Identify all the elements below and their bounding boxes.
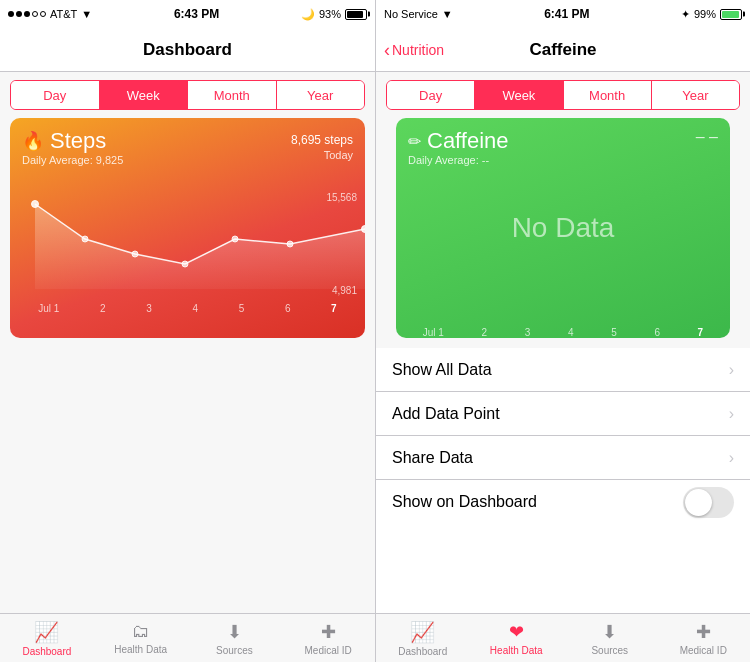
right-carrier: No Service [384, 8, 438, 20]
right-panel: No Service ▼ 6:41 PM ✦ 99% ‹ Nutrition C… [375, 0, 750, 662]
steps-title-group: 🔥 Steps [22, 128, 123, 154]
caff-x-2: 3 [525, 327, 531, 338]
right-seg-week[interactable]: Week [475, 81, 563, 109]
right-sources-label: Sources [591, 645, 628, 656]
caffeine-no-data: No Data [512, 212, 615, 244]
right-dashboard-label: Dashboard [398, 646, 447, 657]
left-status-right: 🌙 93% [301, 8, 367, 21]
svg-point-6 [287, 241, 293, 247]
steps-value-group: 8,695 steps Today [291, 128, 353, 161]
show-all-chevron: › [729, 361, 734, 379]
x-label-5: 6 [285, 303, 291, 314]
health-data-icon: 🗂 [132, 621, 150, 642]
caff-x-6: 7 [698, 327, 704, 338]
menu-add-data-point[interactable]: Add Data Point › [376, 392, 750, 436]
nav-back[interactable]: ‹ Nutrition [384, 41, 444, 59]
tab-sources[interactable]: ⬇ Sources [188, 614, 282, 662]
right-sources-icon: ⬇ [602, 621, 617, 643]
x-label-1: 2 [100, 303, 106, 314]
seg-year[interactable]: Year [277, 81, 365, 109]
battery-fill [347, 11, 363, 18]
x-label-0: Jul 1 [38, 303, 59, 314]
caff-x-5: 6 [654, 327, 660, 338]
right-tab-dashboard[interactable]: 📈 Dashboard [376, 614, 470, 662]
steps-subtitle: Daily Average: 9,825 [22, 154, 123, 166]
right-segment-control[interactable]: Day Week Month Year [386, 80, 740, 110]
sources-label: Sources [216, 645, 253, 656]
menu-show-on-dashboard[interactable]: Show on Dashboard [376, 480, 750, 524]
add-data-chevron: › [729, 405, 734, 423]
x-label-6: 7 [331, 303, 337, 314]
svg-point-4 [182, 261, 188, 267]
right-nav-bar: ‹ Nutrition Caffeine [376, 28, 750, 72]
caff-x-0: Jul 1 [423, 327, 444, 338]
caffeine-card-header: ✏ Caffeine Daily Average: -- – – [408, 128, 718, 166]
steps-card: 🔥 Steps Daily Average: 9,825 8,695 steps… [10, 118, 365, 338]
sources-icon: ⬇ [227, 621, 242, 643]
add-data-point-label: Add Data Point [392, 405, 500, 423]
caff-x-4: 5 [611, 327, 617, 338]
left-panel: AT&T ▼ 6:43 PM 🌙 93% Dashboard Day Week … [0, 0, 375, 662]
caffeine-title-group: ✏ Caffeine [408, 128, 509, 154]
right-tab-sources[interactable]: ⬇ Sources [563, 614, 657, 662]
svg-point-7 [362, 226, 366, 233]
right-tab-bar: 📈 Dashboard ❤ Health Data ⬇ Sources ✚ Me… [376, 613, 750, 662]
right-status-bar: No Service ▼ 6:41 PM ✦ 99% [376, 0, 750, 28]
right-seg-day[interactable]: Day [387, 81, 475, 109]
steps-card-header: 🔥 Steps Daily Average: 9,825 8,695 steps… [22, 128, 353, 166]
moon-icon: 🌙 [301, 8, 315, 21]
right-battery-icon [720, 9, 742, 20]
right-seg-year[interactable]: Year [652, 81, 739, 109]
steps-chart: 15,568 4,981 [10, 184, 365, 314]
right-health-icon: ❤ [509, 621, 524, 643]
steps-chart-svg [10, 184, 365, 289]
steps-title: Steps [50, 128, 106, 154]
caffeine-icon: ✏ [408, 132, 421, 151]
left-spacer [0, 348, 375, 613]
left-time: 6:43 PM [174, 7, 219, 21]
back-chevron: ‹ [384, 41, 390, 59]
x-label-2: 3 [146, 303, 152, 314]
show-on-dashboard-toggle[interactable] [683, 487, 734, 518]
right-battery-percent: 99% [694, 8, 716, 20]
tab-medical-id[interactable]: ✚ Medical ID [281, 614, 375, 662]
caff-x-1: 2 [482, 327, 488, 338]
caffeine-card-inner: ✏ Caffeine Daily Average: -- – – No Data… [396, 118, 730, 338]
dot1 [8, 11, 14, 17]
tab-health-data[interactable]: 🗂 Health Data [94, 614, 188, 662]
battery [345, 9, 367, 20]
caffeine-menu[interactable]: – – [696, 128, 718, 146]
right-status-right: ✦ 99% [681, 8, 742, 21]
left-tab-bar: 📈 Dashboard 🗂 Health Data ⬇ Sources ✚ Me… [0, 613, 375, 662]
menu-show-all-data[interactable]: Show All Data › [376, 348, 750, 392]
seg-week[interactable]: Week [100, 81, 189, 109]
menu-share-data[interactable]: Share Data › [376, 436, 750, 480]
toggle-knob [685, 489, 712, 516]
svg-point-3 [132, 251, 138, 257]
steps-card-inner: 🔥 Steps Daily Average: 9,825 8,695 steps… [10, 118, 365, 338]
left-segment-control[interactable]: Day Week Month Year [10, 80, 365, 110]
steps-unit: steps [321, 133, 353, 147]
right-medical-icon: ✚ [696, 621, 711, 643]
x-label-3: 4 [192, 303, 198, 314]
right-seg-month[interactable]: Month [564, 81, 652, 109]
seg-month[interactable]: Month [188, 81, 277, 109]
dot3 [24, 11, 30, 17]
right-tab-medical-id[interactable]: ✚ Medical ID [657, 614, 751, 662]
right-tab-health-data[interactable]: ❤ Health Data [470, 614, 564, 662]
dot2 [16, 11, 22, 17]
right-health-label: Health Data [490, 645, 543, 656]
right-status-left: No Service ▼ [384, 8, 453, 20]
caffeine-x-labels: Jul 1 2 3 4 5 6 7 [396, 327, 730, 338]
seg-day[interactable]: Day [11, 81, 100, 109]
left-nav-title: Dashboard [143, 40, 232, 60]
svg-point-2 [82, 236, 88, 242]
left-status-bar: AT&T ▼ 6:43 PM 🌙 93% [0, 0, 375, 28]
svg-marker-0 [35, 204, 365, 289]
share-data-label: Share Data [392, 449, 473, 467]
dashboard-icon: 📈 [34, 620, 59, 644]
right-battery [720, 9, 742, 20]
left-status-left: AT&T ▼ [8, 8, 92, 20]
back-label: Nutrition [392, 42, 444, 58]
tab-dashboard[interactable]: 📈 Dashboard [0, 614, 94, 662]
